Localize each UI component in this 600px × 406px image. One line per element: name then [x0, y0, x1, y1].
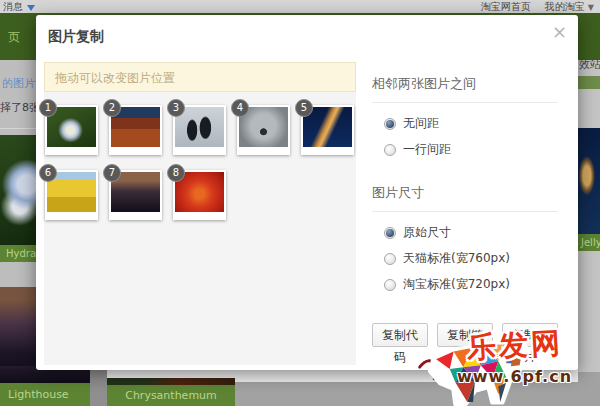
taobao-home-link[interactable]: 淘宝网首页	[481, 0, 531, 13]
radio-icon[interactable]	[384, 227, 396, 239]
radio-label: 天猫标准(宽760px)	[403, 250, 510, 267]
image-thumb-koala[interactable]: 4	[237, 105, 290, 155]
drag-hint-notice: 拖动可以改变图片位置	[44, 62, 356, 92]
jellyfish-caption: Jellyf	[578, 234, 600, 251]
size-section-title: 图片尺寸	[372, 184, 558, 212]
thumb-number-badge: 4	[231, 99, 249, 117]
thumb-number-badge: 1	[39, 99, 57, 117]
watermark: 乐发网 www.6pf.cn	[415, 330, 600, 406]
my-images-link-fragment[interactable]: 的图片	[2, 76, 35, 91]
spacing-section-title: 相邻两张图片之间	[372, 75, 558, 103]
screen: 消息 淘宝网首页 我的淘宝 ▼ 页 的图片 择了8张 Hydrang 效站 Je…	[0, 0, 600, 406]
radio-label: 淘宝标准(宽720px)	[403, 276, 510, 293]
selection-text-fragment: 择了8张	[0, 100, 40, 115]
right-text-fragment: 效站	[579, 57, 600, 72]
image-thumb-hydrangeas[interactable]: 1	[45, 105, 98, 155]
radio-icon[interactable]	[384, 144, 396, 156]
image-copy-dialog: 图片复制 × 拖动可以改变图片位置 1 2 3 4	[36, 15, 578, 370]
radio-option-no-gap[interactable]: 无间距	[384, 115, 558, 132]
radio-option-original-size[interactable]: 原始尺寸	[384, 224, 558, 241]
hydrangea-caption: Hydrang	[0, 245, 36, 262]
watermark-site-url: www.6pf.cn	[457, 367, 572, 386]
thumb-number-badge: 7	[103, 164, 121, 182]
messages-link[interactable]: 消息	[3, 0, 23, 13]
image-thumb-chrysanthemum[interactable]: 8	[173, 170, 226, 220]
my-taobao-link[interactable]: 我的淘宝 ▼	[545, 0, 594, 13]
thumb-number-badge: 2	[103, 99, 121, 117]
thumb-number-badge: 3	[167, 99, 185, 117]
dialog-title: 图片复制	[48, 28, 104, 46]
image-thumb-penguins[interactable]: 3	[173, 105, 226, 155]
image-thumb-tulips[interactable]: 6	[45, 170, 98, 220]
thumbnail-grid: 1 2 3 4 5	[44, 92, 356, 220]
radio-option-taobao-standard[interactable]: 淘宝标准(宽720px)	[384, 276, 558, 293]
jellyfish-thumbnail-background	[578, 128, 600, 234]
chrysanthemum-caption: Chrysanthemum	[107, 385, 235, 406]
thumbnail-panel: 拖动可以改变图片位置 1 2 3 4	[44, 62, 356, 365]
radio-label: 无间距	[403, 115, 439, 132]
right-green-strip	[578, 76, 600, 89]
image-thumb-jellyfish[interactable]: 5	[301, 105, 354, 155]
image-thumb-desert[interactable]: 2	[109, 105, 162, 155]
radio-label: 一行间距	[403, 141, 451, 158]
thumb-number-badge: 5	[295, 99, 313, 117]
taobao-topbar: 消息 淘宝网首页 我的淘宝 ▼	[0, 0, 600, 13]
chevron-down-icon: ▼	[588, 3, 594, 12]
messages-flag-icon	[27, 5, 35, 11]
radio-option-tmall-standard[interactable]: 天猫标准(宽760px)	[384, 250, 558, 267]
watermark-site-name: 乐发网	[466, 324, 564, 369]
options-panel: 相邻两张图片之间 无间距 一行间距 图片尺寸	[372, 75, 558, 347]
radio-option-row-gap[interactable]: 一行间距	[384, 141, 558, 158]
image-thumb-lighthouse[interactable]: 7	[109, 170, 162, 220]
radio-icon[interactable]	[384, 253, 396, 265]
divider	[0, 128, 36, 129]
lighthouse-caption: Lighthouse	[0, 383, 90, 406]
item-gap	[90, 368, 107, 406]
radio-label: 原始尺寸	[403, 224, 451, 241]
radio-icon[interactable]	[384, 118, 396, 130]
hydrangea-thumbnail-background	[0, 135, 36, 245]
nav-text-fragment: 页	[8, 29, 20, 46]
radio-icon[interactable]	[384, 279, 396, 291]
thumb-number-badge: 8	[167, 164, 185, 182]
thumb-number-badge: 6	[39, 164, 57, 182]
close-icon[interactable]: ×	[552, 23, 567, 41]
